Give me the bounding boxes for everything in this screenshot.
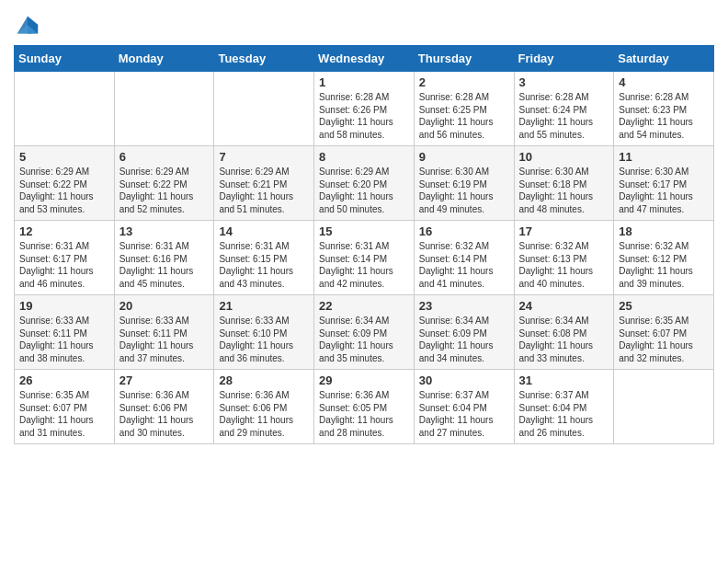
calendar-cell: 4Sunrise: 6:28 AMSunset: 6:23 PMDaylight… xyxy=(614,72,714,146)
day-info: Sunrise: 6:33 AMSunset: 6:11 PMDaylight:… xyxy=(119,315,210,364)
day-info: Sunrise: 6:36 AMSunset: 6:05 PMDaylight:… xyxy=(319,389,409,439)
day-number: 7 xyxy=(219,150,309,164)
day-info: Sunrise: 6:31 AMSunset: 6:17 PMDaylight:… xyxy=(19,240,109,290)
weekday-header-wednesday: Wednesday xyxy=(314,46,415,72)
day-info: Sunrise: 6:30 AMSunset: 6:17 PMDaylight:… xyxy=(619,166,709,215)
day-number: 6 xyxy=(119,150,210,164)
day-number: 12 xyxy=(19,224,109,238)
day-info: Sunrise: 6:33 AMSunset: 6:10 PMDaylight:… xyxy=(219,315,309,364)
calendar-cell: 5Sunrise: 6:29 AMSunset: 6:22 PMDaylight… xyxy=(15,146,115,221)
day-info: Sunrise: 6:30 AMSunset: 6:18 PMDaylight:… xyxy=(519,166,609,215)
calendar-week-4: 19Sunrise: 6:33 AMSunset: 6:11 PMDayligh… xyxy=(15,295,714,370)
day-info: Sunrise: 6:29 AMSunset: 6:20 PMDaylight:… xyxy=(319,166,409,215)
day-info: Sunrise: 6:28 AMSunset: 6:24 PMDaylight:… xyxy=(519,91,609,141)
weekday-header-friday: Friday xyxy=(514,46,614,72)
day-info: Sunrise: 6:28 AMSunset: 6:25 PMDaylight:… xyxy=(419,91,509,141)
calendar-cell: 28Sunrise: 6:36 AMSunset: 6:06 PMDayligh… xyxy=(214,370,314,444)
day-number: 1 xyxy=(319,75,409,89)
calendar-cell: 20Sunrise: 6:33 AMSunset: 6:11 PMDayligh… xyxy=(114,295,214,370)
logo-icon xyxy=(14,12,41,38)
day-number: 21 xyxy=(219,299,309,313)
day-info: Sunrise: 6:34 AMSunset: 6:09 PMDaylight:… xyxy=(319,315,409,364)
day-number: 8 xyxy=(319,150,409,164)
calendar-cell: 16Sunrise: 6:32 AMSunset: 6:14 PMDayligh… xyxy=(414,221,514,295)
calendar-header-row: SundayMondayTuesdayWednesdayThursdayFrid… xyxy=(15,46,714,72)
day-info: Sunrise: 6:28 AMSunset: 6:23 PMDaylight:… xyxy=(619,91,709,141)
calendar-cell xyxy=(214,72,314,146)
day-info: Sunrise: 6:29 AMSunset: 6:21 PMDaylight:… xyxy=(219,166,309,215)
day-number: 13 xyxy=(119,224,210,238)
day-number: 10 xyxy=(519,150,609,164)
calendar-cell: 6Sunrise: 6:29 AMSunset: 6:22 PMDaylight… xyxy=(114,146,214,221)
calendar-cell: 10Sunrise: 6:30 AMSunset: 6:18 PMDayligh… xyxy=(514,146,614,221)
day-number: 28 xyxy=(219,373,309,387)
calendar-cell: 19Sunrise: 6:33 AMSunset: 6:11 PMDayligh… xyxy=(15,295,115,370)
calendar-cell xyxy=(114,72,214,146)
calendar-cell: 7Sunrise: 6:29 AMSunset: 6:21 PMDaylight… xyxy=(214,146,314,221)
calendar-cell: 3Sunrise: 6:28 AMSunset: 6:24 PMDaylight… xyxy=(514,72,614,146)
calendar-cell: 15Sunrise: 6:31 AMSunset: 6:14 PMDayligh… xyxy=(314,221,415,295)
weekday-header-saturday: Saturday xyxy=(614,46,714,72)
day-info: Sunrise: 6:31 AMSunset: 6:16 PMDaylight:… xyxy=(119,240,210,290)
day-number: 20 xyxy=(119,299,210,313)
logo xyxy=(14,14,43,38)
calendar-cell: 11Sunrise: 6:30 AMSunset: 6:17 PMDayligh… xyxy=(614,146,714,221)
weekday-header-monday: Monday xyxy=(114,46,214,72)
calendar-cell xyxy=(15,72,115,146)
weekday-header-sunday: Sunday xyxy=(15,46,115,72)
page: SundayMondayTuesdayWednesdayThursdayFrid… xyxy=(0,0,728,563)
calendar-cell: 23Sunrise: 6:34 AMSunset: 6:09 PMDayligh… xyxy=(414,295,514,370)
day-number: 22 xyxy=(319,299,409,313)
day-info: Sunrise: 6:30 AMSunset: 6:19 PMDaylight:… xyxy=(419,166,509,215)
calendar-cell: 13Sunrise: 6:31 AMSunset: 6:16 PMDayligh… xyxy=(114,221,214,295)
day-number: 31 xyxy=(519,373,609,387)
day-number: 24 xyxy=(519,299,609,313)
calendar-cell: 17Sunrise: 6:32 AMSunset: 6:13 PMDayligh… xyxy=(514,221,614,295)
day-number: 14 xyxy=(219,224,309,238)
day-info: Sunrise: 6:35 AMSunset: 6:07 PMDaylight:… xyxy=(19,389,109,439)
calendar-cell: 31Sunrise: 6:37 AMSunset: 6:04 PMDayligh… xyxy=(514,370,614,444)
day-info: Sunrise: 6:29 AMSunset: 6:22 PMDaylight:… xyxy=(19,166,109,215)
day-info: Sunrise: 6:34 AMSunset: 6:09 PMDaylight:… xyxy=(419,315,509,364)
day-info: Sunrise: 6:36 AMSunset: 6:06 PMDaylight:… xyxy=(119,389,210,439)
calendar-table: SundayMondayTuesdayWednesdayThursdayFrid… xyxy=(14,45,714,444)
day-info: Sunrise: 6:32 AMSunset: 6:14 PMDaylight:… xyxy=(419,240,509,290)
calendar-cell: 27Sunrise: 6:36 AMSunset: 6:06 PMDayligh… xyxy=(114,370,214,444)
day-number: 17 xyxy=(519,224,609,238)
calendar-cell: 14Sunrise: 6:31 AMSunset: 6:15 PMDayligh… xyxy=(214,221,314,295)
day-number: 30 xyxy=(419,373,509,387)
day-info: Sunrise: 6:31 AMSunset: 6:14 PMDaylight:… xyxy=(319,240,409,290)
day-number: 18 xyxy=(619,224,709,238)
calendar-week-3: 12Sunrise: 6:31 AMSunset: 6:17 PMDayligh… xyxy=(15,221,714,295)
calendar-week-2: 5Sunrise: 6:29 AMSunset: 6:22 PMDaylight… xyxy=(15,146,714,221)
calendar-cell: 12Sunrise: 6:31 AMSunset: 6:17 PMDayligh… xyxy=(15,221,115,295)
day-number: 2 xyxy=(419,75,509,89)
day-number: 27 xyxy=(119,373,210,387)
day-number: 9 xyxy=(419,150,509,164)
day-info: Sunrise: 6:34 AMSunset: 6:08 PMDaylight:… xyxy=(519,315,609,364)
day-info: Sunrise: 6:32 AMSunset: 6:13 PMDaylight:… xyxy=(519,240,609,290)
calendar-week-1: 1Sunrise: 6:28 AMSunset: 6:26 PMDaylight… xyxy=(15,72,714,146)
calendar-cell: 22Sunrise: 6:34 AMSunset: 6:09 PMDayligh… xyxy=(314,295,415,370)
day-number: 29 xyxy=(319,373,409,387)
day-info: Sunrise: 6:29 AMSunset: 6:22 PMDaylight:… xyxy=(119,166,210,215)
calendar-cell: 18Sunrise: 6:32 AMSunset: 6:12 PMDayligh… xyxy=(614,221,714,295)
day-number: 23 xyxy=(419,299,509,313)
calendar-cell: 29Sunrise: 6:36 AMSunset: 6:05 PMDayligh… xyxy=(314,370,415,444)
day-info: Sunrise: 6:31 AMSunset: 6:15 PMDaylight:… xyxy=(219,240,309,290)
day-info: Sunrise: 6:36 AMSunset: 6:06 PMDaylight:… xyxy=(219,389,309,439)
day-number: 4 xyxy=(619,75,709,89)
day-number: 11 xyxy=(619,150,709,164)
weekday-header-thursday: Thursday xyxy=(414,46,514,72)
day-number: 3 xyxy=(519,75,609,89)
day-number: 26 xyxy=(19,373,109,387)
day-number: 19 xyxy=(19,299,109,313)
day-info: Sunrise: 6:35 AMSunset: 6:07 PMDaylight:… xyxy=(619,315,709,364)
day-number: 5 xyxy=(19,150,109,164)
day-info: Sunrise: 6:28 AMSunset: 6:26 PMDaylight:… xyxy=(319,91,409,141)
calendar-cell: 8Sunrise: 6:29 AMSunset: 6:20 PMDaylight… xyxy=(314,146,415,221)
calendar-cell: 30Sunrise: 6:37 AMSunset: 6:04 PMDayligh… xyxy=(414,370,514,444)
calendar-week-5: 26Sunrise: 6:35 AMSunset: 6:07 PMDayligh… xyxy=(15,370,714,444)
calendar-cell: 9Sunrise: 6:30 AMSunset: 6:19 PMDaylight… xyxy=(414,146,514,221)
day-info: Sunrise: 6:37 AMSunset: 6:04 PMDaylight:… xyxy=(419,389,509,439)
